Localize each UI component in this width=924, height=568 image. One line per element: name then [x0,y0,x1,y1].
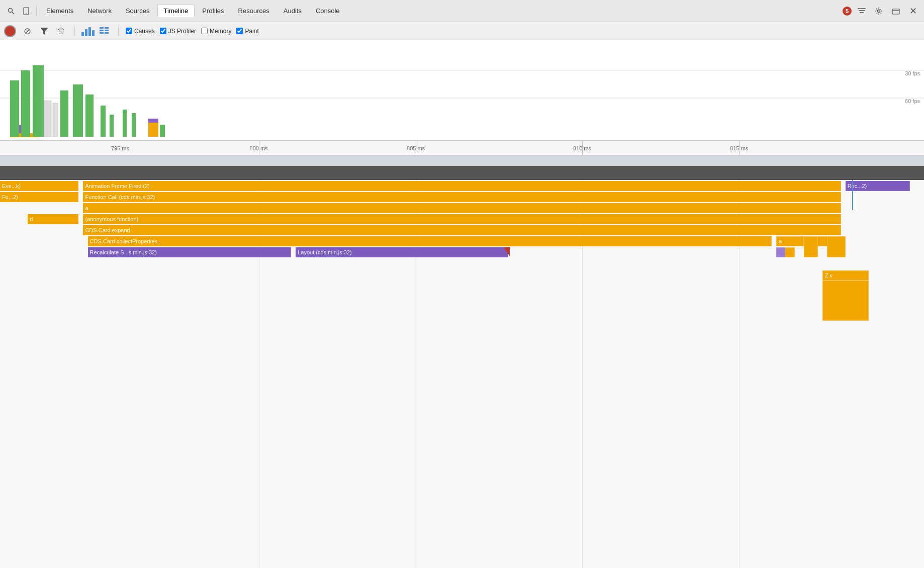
fps-chart-inner: 30 fps 60 fps [0,40,924,140]
svg-rect-14 [100,30,104,31]
svg-rect-16 [100,32,104,34]
record-indicator [8,29,13,34]
svg-rect-36 [160,125,165,137]
svg-rect-28 [85,94,94,137]
flame-row-d[interactable]: d [28,214,78,224]
device-icon[interactable] [19,4,33,18]
flame-row-rec[interactable]: Rec...2) [846,181,910,191]
mini-timeline-bar [0,156,924,166]
flame-row-a[interactable]: a [83,203,841,213]
settings-icon[interactable] [872,4,886,18]
record-button[interactable] [4,25,16,37]
svg-rect-25 [33,65,44,137]
svg-rect-34 [132,113,136,137]
tab-sources[interactable]: Sources [119,5,156,17]
devtools-toolbar: Elements Network Sources Timeline Profil… [0,0,924,22]
tab-elements[interactable]: Elements [40,5,80,17]
separator [36,6,37,16]
svg-rect-35 [148,122,158,137]
flame-block-a1[interactable]: a [776,236,804,246]
flame-chart-header [0,166,924,180]
stop-icon[interactable]: ⊘ [21,25,33,37]
time-mark-795: 795 ms [111,145,129,151]
tab-profiles[interactable]: Profiles [196,5,230,17]
js-profiler-checkbox[interactable]: JS Profiler [160,28,196,35]
flame-row-zv[interactable]: Z.v [822,270,869,280]
svg-point-0 [9,8,13,12]
sep2 [74,26,75,36]
svg-rect-31 [44,101,51,137]
flame-row-recalculate[interactable]: Recalculate S...s.min.js:32) [88,247,291,257]
flame-row-layout[interactable]: Layout (cds.min.js:32) [296,247,508,257]
paint-input[interactable] [236,28,243,34]
flame-row-animation-frame[interactable]: Animation Frame Fired (2) [83,181,841,191]
flame-purple-small1[interactable] [776,247,785,257]
filter-list-icon[interactable] [855,4,869,18]
blue-time-indicator [852,180,853,210]
flame-row-anonymous[interactable]: (anonymous function) [83,214,841,224]
js-profiler-input[interactable] [160,28,166,34]
tab-timeline[interactable]: Timeline [157,5,195,17]
flame-row-collect[interactable]: CDS.Card.collectProperties_ [88,236,772,246]
flame-tall-block[interactable] [822,280,869,321]
tab-console[interactable]: Console [309,5,346,17]
svg-rect-30 [110,115,114,137]
flame-row-eve[interactable]: Eve...k) [0,181,78,191]
flame-block-right1[interactable] [804,236,818,257]
flame-row-expand[interactable]: CDS.Card.expand [83,225,841,235]
causes-checkbox[interactable]: Causes [126,28,155,35]
paint-checkbox[interactable]: Paint [236,28,258,35]
close-icon[interactable]: ✕ [906,4,920,18]
svg-point-3 [26,13,27,14]
bar-chart-icon[interactable] [82,25,94,37]
svg-rect-12 [100,27,104,29]
timeline-area: 30 fps 60 fps 795 ms 800 ms 805 ms 810 m… [0,40,924,568]
js-profiler-label: JS Profiler [168,28,196,35]
memory-checkbox[interactable]: Memory [201,28,231,35]
time-ruler: 795 ms 800 ms 805 ms 810 ms 815 ms [0,141,924,156]
controls-bar: ⊘ 🗑 Causes JS Profiler [0,22,924,40]
svg-rect-32 [53,103,58,137]
svg-rect-23 [10,80,19,137]
svg-rect-33 [123,110,127,137]
undock-icon[interactable] [889,4,903,18]
bar-chart-visual [81,26,95,36]
toolbar-right: 5 ✕ [843,4,920,18]
flame-block-right2[interactable] [827,236,846,257]
svg-rect-15 [105,30,109,31]
svg-rect-24 [21,70,30,137]
tab-resources[interactable]: Resources [232,5,276,17]
flame-row-fu[interactable]: Fu...2) [0,192,78,202]
svg-rect-13 [105,27,109,29]
svg-rect-26 [60,90,68,137]
layout-warning-triangle [504,247,510,256]
fps-30-label: 30 fps [905,70,920,76]
paint-label: Paint [245,28,258,35]
list-icon[interactable] [99,25,111,37]
causes-input[interactable] [126,28,132,34]
svg-rect-37 [148,119,158,123]
svg-line-1 [12,12,14,14]
svg-rect-27 [73,84,83,137]
svg-marker-11 [40,28,48,35]
error-badge[interactable]: 5 [843,7,852,16]
svg-rect-17 [105,32,109,34]
filter-icon[interactable] [38,25,50,37]
tab-network[interactable]: Network [81,5,118,17]
flame-chart[interactable]: Eve...k) Animation Frame Fired (2) Rec..… [0,180,924,568]
fps-60-label: 60 fps [905,98,920,104]
trash-icon[interactable]: 🗑 [55,25,67,37]
causes-label: Causes [134,28,155,35]
memory-input[interactable] [201,28,208,34]
fps-chart[interactable]: 30 fps 60 fps [0,40,924,141]
memory-label: Memory [210,28,231,35]
search-icon[interactable] [4,4,18,18]
sep3 [118,26,119,36]
svg-rect-9 [892,9,899,14]
svg-point-8 [878,10,880,12]
svg-rect-29 [101,106,106,137]
flame-row-function-call[interactable]: Function Call (cds.min.js:32) [83,192,841,202]
tab-audits[interactable]: Audits [277,5,308,17]
